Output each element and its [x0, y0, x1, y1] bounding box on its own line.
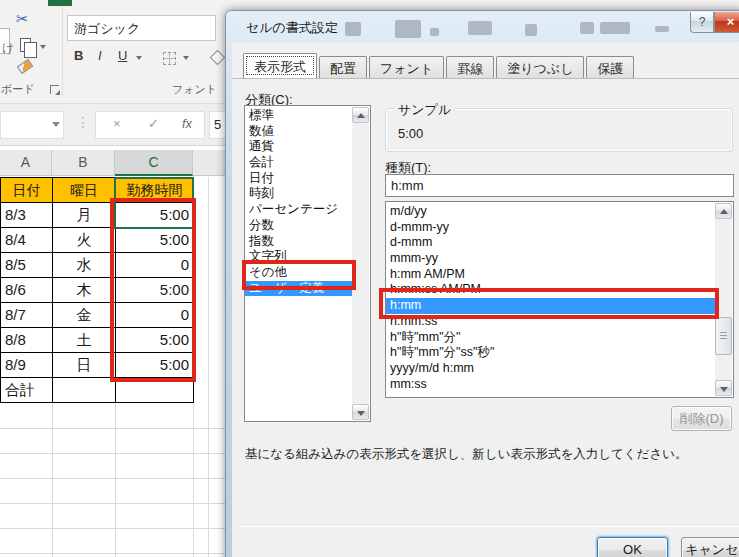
clipboard-dialog-launcher-icon[interactable]	[50, 85, 59, 94]
enter-entry-icon[interactable]: ✓	[148, 116, 159, 131]
bold-button[interactable]: B	[74, 48, 83, 68]
cell[interactable]: 8/6	[1, 278, 53, 303]
category-item[interactable]: 数値	[245, 124, 352, 140]
name-box-dropdown-icon[interactable]	[52, 122, 60, 127]
format-cells-dialog: セルの書式設定 ? × 表示形式 配置 フォント 罫線 塗りつぶし 保護 分類(…	[225, 10, 739, 557]
scroll-up-button[interactable]	[715, 203, 732, 219]
scroll-thumb[interactable]	[715, 317, 732, 355]
dialog-title: セルの書式設定	[246, 19, 338, 37]
type-input[interactable]: h:mm	[385, 174, 734, 197]
type-item[interactable]: yyyy/m/d h:mm	[386, 361, 715, 377]
cell[interactable]	[53, 378, 116, 403]
cell[interactable]: 8/7	[1, 303, 53, 328]
header-cell-date[interactable]: 日付	[1, 178, 53, 203]
header-cell-weekday[interactable]: 曜日	[53, 178, 116, 203]
gridline	[115, 403, 116, 557]
tab-strip-baseline	[232, 78, 739, 79]
cell[interactable]: 8/3	[1, 203, 53, 228]
underline-button[interactable]: U	[118, 48, 127, 68]
tab-fill[interactable]: 塗りつぶし	[496, 56, 584, 78]
tab-alignment[interactable]: 配置	[319, 56, 367, 78]
sample-groupbox: サンプル 5:00	[385, 108, 733, 152]
category-item[interactable]: 会計	[245, 155, 352, 171]
clipboard-group-label: ボード	[1, 82, 35, 97]
cell[interactable]: 水	[53, 253, 116, 278]
scroll-down-button[interactable]	[352, 404, 369, 420]
type-item[interactable]: m/d/yy	[386, 204, 715, 220]
category-item[interactable]: 時刻	[245, 186, 352, 202]
gridline	[0, 553, 232, 554]
glass-artifact	[395, 20, 421, 38]
gridline	[52, 403, 53, 557]
sample-label: サンプル	[394, 101, 455, 119]
column-header-b[interactable]: B	[52, 150, 115, 176]
cancel-entry-icon[interactable]: ×	[113, 116, 121, 131]
borders-icon[interactable]	[163, 52, 176, 65]
fill-color-icon[interactable]	[210, 50, 226, 66]
cell[interactable]: 土	[53, 328, 116, 353]
tab-border[interactable]: 罫線	[446, 56, 494, 78]
category-item[interactable]: 日付	[245, 171, 352, 187]
type-item[interactable]: d-mmm-yy	[386, 220, 715, 236]
category-item[interactable]: パーセンテージ	[245, 202, 352, 218]
annotation-rect-hours-column	[110, 198, 196, 382]
column-header-c[interactable]: C	[115, 150, 193, 176]
total-label-cell[interactable]: 合計	[1, 378, 53, 403]
cell[interactable]: 日	[53, 353, 116, 378]
help-button[interactable]: ?	[690, 12, 714, 33]
tab-strip: 表示形式 配置 フォント 罫線 塗りつぶし 保護	[243, 53, 636, 78]
column-header-a[interactable]: A	[0, 150, 52, 176]
excel-titlebar-fragment	[48, 0, 72, 6]
cell[interactable]: 火	[53, 228, 116, 253]
delete-button[interactable]: 削除(D)	[671, 406, 732, 431]
glass-artifact	[468, 21, 492, 35]
helper-text: 基になる組み込みの表示形式を選択し、新しい表示形式を入力してください。	[245, 446, 739, 463]
type-item[interactable]: d-mmm	[386, 235, 715, 251]
formula-bar-divider: ⋮	[76, 114, 90, 130]
cut-icon[interactable]: ✂	[16, 10, 29, 28]
type-item[interactable]: h:mm AM/PM	[386, 267, 715, 283]
underline-dropdown-icon[interactable]	[136, 56, 142, 60]
close-icon[interactable]: ×	[714, 12, 739, 33]
gridline	[0, 478, 232, 479]
group-divider	[62, 6, 63, 98]
copy-icon[interactable]	[20, 38, 31, 52]
type-item[interactable]: h"時"mm"分"	[386, 330, 715, 346]
glass-artifact	[600, 22, 630, 34]
cell[interactable]: 8/9	[1, 353, 53, 378]
insert-function-icon[interactable]: fx	[182, 116, 192, 131]
category-item[interactable]: 指数	[245, 234, 352, 250]
cell[interactable]: 月	[53, 203, 116, 228]
font-name-box[interactable]: 游ゴシック	[67, 15, 216, 41]
cancel-button[interactable]: キャンセル	[681, 537, 739, 557]
glass-artifact	[655, 26, 669, 32]
copy-dropdown-icon[interactable]	[40, 45, 46, 49]
annotation-rect-custom-category	[242, 260, 356, 290]
ok-button[interactable]: OK	[597, 537, 668, 557]
borders-dropdown-icon[interactable]	[183, 56, 189, 60]
cell[interactable]: 木	[53, 278, 116, 303]
type-item[interactable]: mm:ss	[386, 377, 715, 393]
excel-window: ✂ け ボード 游ゴシック B I U フォント ⋮ × ✓ fx 5 A B …	[0, 0, 739, 557]
category-item[interactable]: 分数	[245, 218, 352, 234]
sample-value: 5:00	[398, 126, 423, 141]
type-item[interactable]: h"時"mm"分"ss"秒"	[386, 345, 715, 361]
type-item[interactable]: mmm-yy	[386, 251, 715, 267]
cell[interactable]: 8/4	[1, 228, 53, 253]
glass-artifact	[525, 24, 537, 36]
cell[interactable]: 8/5	[1, 253, 53, 278]
scroll-down-button[interactable]	[715, 380, 732, 396]
glass-artifact	[580, 22, 594, 34]
glass-artifact	[345, 22, 361, 36]
tab-number-format[interactable]: 表示形式	[243, 53, 317, 78]
scroll-up-button[interactable]	[352, 107, 369, 123]
tab-protection[interactable]: 保護	[586, 56, 634, 78]
category-item[interactable]: 標準	[245, 108, 352, 124]
cell[interactable]: 金	[53, 303, 116, 328]
format-painter-icon[interactable]	[17, 59, 34, 74]
cell[interactable]: 8/8	[1, 328, 53, 353]
category-item[interactable]: 通貨	[245, 139, 352, 155]
tab-font[interactable]: フォント	[369, 56, 444, 78]
italic-button[interactable]: I	[98, 48, 102, 68]
gridline	[0, 503, 232, 504]
